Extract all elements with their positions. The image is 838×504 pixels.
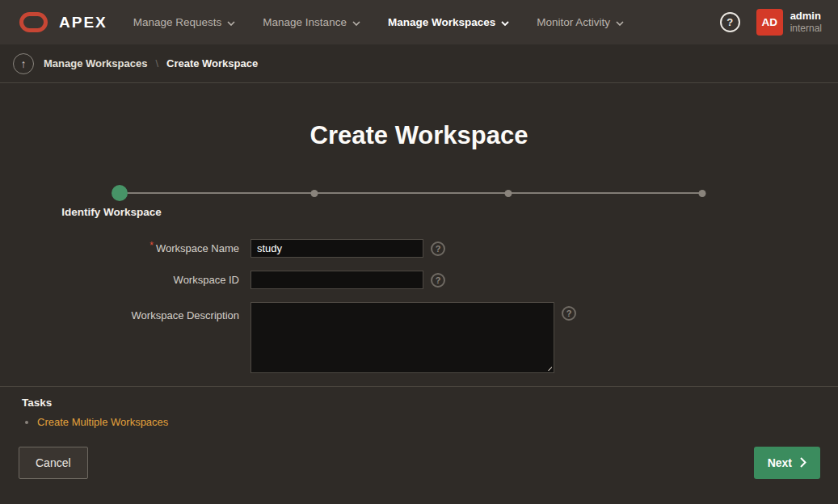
avatar[interactable]: AD	[756, 9, 783, 36]
list-item: Create Multiple Workspaces	[37, 414, 816, 430]
nav-item-manage-instance[interactable]: Manage Instance	[263, 16, 360, 28]
workspace-description-label: Workspace Description	[0, 302, 251, 321]
nav-label: Manage Requests	[133, 16, 222, 28]
step-dot-icon	[310, 190, 318, 197]
nav-item-manage-requests[interactable]: Manage Requests	[133, 16, 236, 28]
tasks-list: Create Multiple Workspaces	[22, 414, 816, 430]
field-row-workspace-name: *Workspace Name ?	[0, 239, 838, 258]
workspace-id-label: Workspace ID	[0, 274, 251, 286]
wizard-footer: Cancel Next	[0, 434, 838, 479]
app-header: APEX Manage Requests Manage Instance Man…	[0, 0, 838, 44]
field-help-icon[interactable]: ?	[431, 273, 445, 288]
tasks-title: Tasks	[22, 397, 816, 409]
page-title: Create Workspace	[0, 121, 838, 150]
nav-label: Manage Workspaces	[388, 16, 495, 28]
user-meta: admin internal	[790, 10, 822, 35]
up-arrow-icon: ↑	[21, 57, 27, 70]
step-dot-icon	[504, 190, 512, 197]
nav-item-monitor-activity[interactable]: Monitor Activity	[537, 16, 624, 28]
breadcrumb-current: Create Workspace	[166, 57, 258, 69]
breadcrumb: ↑ Manage Workspaces \ Create Workspace	[0, 44, 838, 83]
step-line	[120, 192, 702, 194]
workspace-name-input[interactable]	[251, 239, 423, 258]
current-step-label: Identify Workspace	[61, 206, 162, 218]
nav-label: Manage Instance	[263, 16, 347, 28]
header-right: ? AD admin internal	[720, 9, 822, 36]
chevron-right-icon	[800, 457, 806, 468]
breadcrumb-parent[interactable]: Manage Workspaces	[44, 57, 147, 69]
oracle-logo-icon	[19, 12, 48, 32]
user-name: admin	[790, 10, 822, 23]
step-dot-icon	[699, 190, 706, 197]
wizard-progress: Identify Workspace	[120, 185, 702, 201]
help-icon: ?	[726, 16, 733, 28]
chevron-down-icon	[501, 21, 509, 26]
chevron-down-icon	[352, 21, 360, 26]
textarea-wrap	[251, 302, 554, 373]
field-help-icon[interactable]: ?	[562, 306, 576, 321]
current-step-dot-icon	[112, 185, 128, 201]
chevron-down-icon	[616, 21, 624, 26]
workspace-description-textarea[interactable]	[251, 302, 554, 373]
chevron-down-icon	[227, 21, 235, 26]
workspace-id-input[interactable]	[251, 271, 423, 289]
step-4	[699, 185, 706, 197]
breadcrumb-separator: \	[155, 57, 158, 69]
step-2	[310, 185, 318, 197]
field-row-workspace-id: Workspace ID ?	[0, 271, 838, 289]
field-help-icon[interactable]: ?	[431, 242, 445, 256]
cancel-button[interactable]: Cancel	[19, 447, 88, 479]
brand-apex: APEX	[59, 14, 107, 32]
nav-item-manage-workspaces[interactable]: Manage Workspaces	[388, 16, 509, 28]
required-marker: *	[149, 240, 154, 251]
step-1-current: Identify Workspace	[112, 185, 128, 201]
next-button-label: Next	[768, 456, 792, 469]
step-3	[504, 185, 512, 197]
help-button[interactable]: ?	[720, 12, 740, 32]
next-button[interactable]: Next	[754, 447, 820, 479]
field-row-workspace-description: Workspace Description ?	[0, 302, 838, 373]
identify-workspace-form: *Workspace Name ? Workspace ID ? Workspa…	[0, 239, 838, 373]
user-context: internal	[790, 23, 822, 35]
main-content: Create Workspace Identify Workspace *Wor…	[0, 121, 838, 479]
create-multiple-workspaces-link[interactable]: Create Multiple Workspaces	[37, 416, 168, 428]
tasks-section: Tasks Create Multiple Workspaces	[0, 386, 838, 434]
workspace-name-label: *Workspace Name	[0, 242, 251, 254]
main-nav: Manage Requests Manage Instance Manage W…	[133, 16, 624, 28]
nav-label: Monitor Activity	[537, 16, 610, 28]
back-button[interactable]: ↑	[13, 53, 34, 74]
